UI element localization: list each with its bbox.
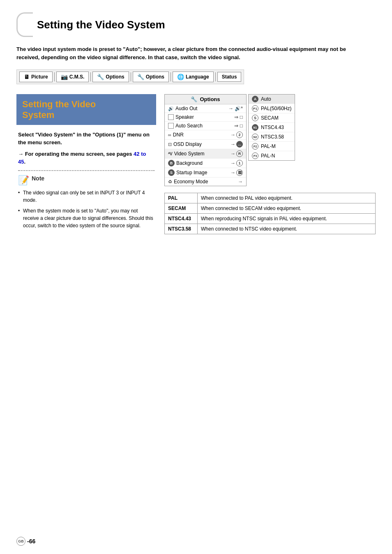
osd-icon: ⊡ <box>168 142 172 147</box>
secam-circle: S <box>252 115 258 121</box>
speaker-arrow: ⇒ □ <box>234 114 243 120</box>
table-row-pal: PAL When connected to PAL video equipmen… <box>165 193 376 203</box>
paln-circle: P3 <box>252 152 258 159</box>
options-row-auto-search[interactable]: Auto Search ⇒ □ <box>165 122 246 130</box>
options-row-osd[interactable]: ⊡ OSD Display → … <box>165 140 246 149</box>
auto-label: Auto <box>261 96 271 102</box>
section-header-title: Setting the Video System <box>22 99 150 121</box>
page-footer: GB -66 <box>16 537 35 546</box>
auto-search-checkbox <box>168 123 174 129</box>
ntsc443-label: NTSC4.43 <box>261 125 284 130</box>
instruction-2: → For operating the menu screen, see pag… <box>18 150 154 166</box>
cms-icon: 📷 <box>61 74 68 80</box>
ntsc358-circle: N2 <box>252 134 258 140</box>
palm-circle: P2 <box>252 143 258 150</box>
options-box: 🔧 Options 🔊 Audio Out → 🔊* Speaker <box>164 94 247 186</box>
submenu-secam[interactable]: S SECAM <box>249 113 295 123</box>
tab-options1-label: Options <box>106 74 124 80</box>
intro-text: The video input system mode is preset to… <box>16 45 370 61</box>
submenu-palm[interactable]: P2 PAL-M <box>249 142 295 151</box>
tab-status[interactable]: Status <box>217 72 242 82</box>
audio-out-arrow: → 🔊* <box>228 106 243 111</box>
instruction-1: Select "Video System" in the "Options (1… <box>18 131 154 147</box>
footer-badge: GB <box>16 537 25 546</box>
note-item-1: The video signal can only be set in INPU… <box>18 189 154 204</box>
tab-picture[interactable]: 🖥 Picture <box>19 72 53 82</box>
note-section: 📝 Note <box>18 175 154 186</box>
video-system-arrow: → R <box>231 150 243 157</box>
table-row-ntsc443: NTSC4.43 When reproducing NTSC signals i… <box>165 214 376 224</box>
tab-cms-label: C.M.S. <box>69 74 85 80</box>
economy-icon: ♻ <box>168 179 172 185</box>
info-table: PAL When connected to PAL video equipmen… <box>164 193 376 234</box>
note-label: Note <box>32 175 44 182</box>
osd-arrow: → … <box>231 141 243 148</box>
submenu-pal50[interactable]: P1 PAL(50/60Hz) <box>249 104 295 113</box>
speaker-checkbox <box>168 114 174 120</box>
ntsc358-label: NTSC3.58 <box>261 134 284 140</box>
submenu-ntsc358[interactable]: N2 NTSC3.58 <box>249 132 295 142</box>
right-panel: 🔧 Options 🔊 Audio Out → 🔊* Speaker <box>164 94 376 234</box>
video-system-circle: R <box>236 150 243 157</box>
secam-label: SECAM <box>261 115 279 121</box>
video-system-icon: ᴬV <box>168 152 173 156</box>
table-cell-ntsc443-signal: NTSC4.43 <box>165 214 198 224</box>
note-bullets: The video signal can only be set in INPU… <box>18 189 154 229</box>
tab-divider-4 <box>171 72 171 81</box>
submenu-auto[interactable]: A Auto <box>249 95 295 104</box>
dnr-arrow: → 2 <box>231 132 243 138</box>
options-row-dnr[interactable]: ∞ DNR → 2 <box>165 130 246 140</box>
submenu-ntsc443[interactable]: N1 NTSC4.43 <box>249 123 295 132</box>
main-content: Setting the Video System Select "Video S… <box>16 94 376 234</box>
options-row-audio-out[interactable]: 🔊 Audio Out → 🔊* <box>165 104 246 113</box>
startup-arrow: → 🖼 <box>231 169 243 176</box>
options-box-title: 🔧 Options <box>165 95 246 104</box>
tab-options2[interactable]: 🔧 Options <box>133 72 169 82</box>
dnr-icon: ∞ <box>168 132 171 137</box>
osd-circle: … <box>236 141 243 148</box>
tab-cms[interactable]: 📷 C.M.S. <box>56 72 89 82</box>
startup-badge: S <box>168 169 175 176</box>
tab-options1[interactable]: 🔧 Options <box>92 72 129 82</box>
options-row-startup[interactable]: S Startup Image → 🖼 <box>165 168 246 178</box>
tab-bar: 🖥 Picture 📷 C.M.S. 🔧 Options 🔧 Options 🌐… <box>16 69 244 84</box>
auto-circle: A <box>252 96 258 102</box>
tab-options2-label: Options <box>146 74 164 80</box>
note-icon: 📝 <box>18 175 29 186</box>
economy-arrow: → <box>238 179 243 185</box>
background-arrow: → 1 <box>231 160 243 166</box>
palm-label: PAL-M <box>261 143 276 149</box>
options-row-economy[interactable]: ♻ Economy Mode → <box>165 178 246 186</box>
tab-language[interactable]: 🌐 Language <box>173 72 214 82</box>
tab-language-label: Language <box>186 74 209 80</box>
startup-circle: 🖼 <box>236 169 243 176</box>
video-submenu-box: A Auto P1 PAL(50/60Hz) S SECAM N1 NTSC4.… <box>248 94 295 161</box>
table-cell-pal-desc: When connected to PAL video equipment. <box>198 193 376 203</box>
options-row-speaker[interactable]: Speaker ⇒ □ <box>165 113 246 122</box>
footer-page-num: -66 <box>27 538 35 545</box>
pal50-label: PAL(50/60Hz) <box>261 106 291 111</box>
page-title-area: Setting the Video System <box>16 8 376 37</box>
note-item-2: When the system mode is set to "Auto", y… <box>18 207 154 229</box>
table-cell-ntsc358-signal: NTSC3.58 <box>165 224 198 234</box>
language-icon: 🌐 <box>177 74 184 80</box>
tab-divider-2 <box>90 72 91 81</box>
table-cell-secam-desc: When connected to SECAM video equipment. <box>198 203 376 214</box>
tab-divider-3 <box>131 72 131 81</box>
options-row-video-system[interactable]: ᴬV Video System → R <box>165 149 246 159</box>
tab-picture-label: Picture <box>31 74 48 80</box>
options-gear-icon: 🔧 <box>191 96 197 102</box>
ntsc443-circle: N1 <box>252 124 258 131</box>
background-circle: 1 <box>236 160 243 166</box>
table-row-secam: SECAM When connected to SECAM video equi… <box>165 203 376 214</box>
submenu-paln[interactable]: P3 PAL-N <box>249 151 295 160</box>
tab-divider-5 <box>215 72 216 81</box>
table-cell-ntsc358-desc: When connected to NTSC video equipment. <box>198 224 376 234</box>
options1-icon: 🔧 <box>97 74 104 80</box>
auto-search-arrow: ⇒ □ <box>234 123 243 129</box>
dnr-circle: 2 <box>236 132 243 138</box>
options-row-background[interactable]: B Background → 1 <box>165 159 246 168</box>
tab-status-label: Status <box>222 74 237 80</box>
background-badge: B <box>168 160 175 166</box>
table-cell-secam-signal: SECAM <box>165 203 198 214</box>
